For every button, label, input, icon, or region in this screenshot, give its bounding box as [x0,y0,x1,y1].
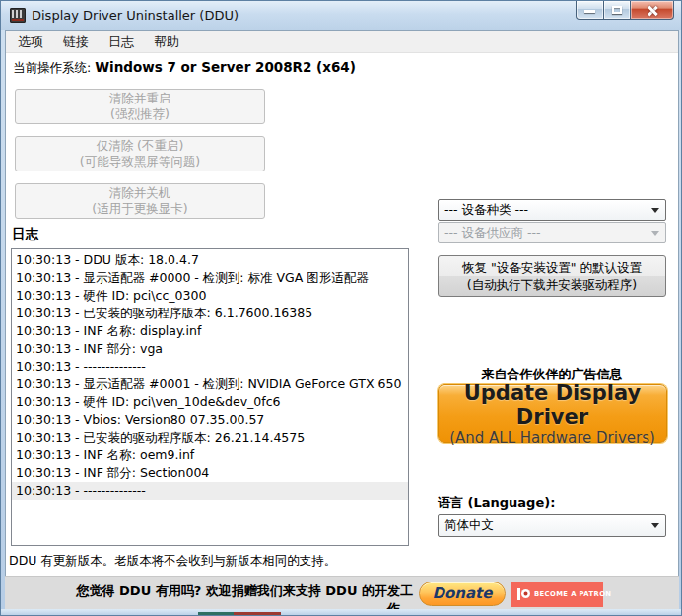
language-value: 简体中文 [444,517,494,534]
donate-button[interactable]: Donate [419,582,506,606]
log-row[interactable]: 10:30:13 - INF 部分: vga [12,340,408,358]
os-label: 当前操作系统: [13,60,95,75]
menu-links[interactable]: 链接 [53,31,99,53]
window-title: Display Driver Uninstaller (DDU) [32,8,239,23]
clean-shutdown-line2: (适用于更换显卡) [16,201,264,217]
log-row[interactable]: 10:30:13 - 已安装的驱动程序版本: 6.1.7600.16385 [12,305,408,322]
log-row-selected[interactable]: 10:30:13 - -------------- [12,482,408,500]
clean-only-button[interactable]: 仅清除 (不重启) (可能导致黑屏等问题) [15,136,265,171]
log-box[interactable]: 10:30:13 - DDU 版本: 18.0.4.7 10:30:13 - 显… [11,248,409,546]
clean-restart-button[interactable]: 清除并重启 (强烈推荐) [15,89,265,124]
log-row[interactable]: 10:30:13 - INF 名称: oem9.inf [12,446,408,464]
clean-shutdown-line1: 清除并关机 [16,185,264,201]
device-vendor-value: --- 设备供应商 --- [444,225,541,241]
taskbar-peek-red [234,612,281,616]
log-row[interactable]: 10:30:13 - INF 名称: display.inf [12,322,408,340]
log-row[interactable]: 10:30:13 - -------------- [12,358,408,376]
update-button-line2: (And ALL Hardware Drivers) [439,429,666,446]
menu-help[interactable]: 帮助 [144,31,189,53]
menubar: 选项 链接 日志 帮助 [6,31,678,53]
patreon-button[interactable]: BECOME A PATRON [511,582,603,607]
maximize-icon [612,6,622,14]
log-row[interactable]: 10:30:13 - 已安装的驱动程序版本: 26.21.14.4575 [12,429,408,446]
restore-line2: (自动执行下载并安装驱动程序) [439,276,665,293]
chevron-down-icon [651,231,659,236]
minimize-button[interactable] [576,1,604,20]
window-controls [576,1,674,21]
window-bottom-border [1,609,682,616]
update-display-driver-button[interactable]: Update Display Driver (And ALL Hardware … [438,384,667,443]
update-notice: DDU 有更新版本。老版本将不会收到与新版本相同的支持。 [9,553,336,570]
maximize-button[interactable] [604,1,631,20]
device-vendor-dropdown: --- 设备供应商 --- [438,222,666,243]
patreon-label: BECOME A PATRON [534,590,611,598]
restore-line1: 恢复 "设备安装设置" 的默认设置 [439,259,665,276]
clean-restart-line1: 清除并重启 [16,91,264,106]
log-row[interactable]: 10:30:13 - 显示适配器 #0000 - 检测到: 标准 VGA 图形适… [12,269,408,287]
os-line: 当前操作系统: Windows 7 or Server 2008R2 (x64) [13,59,356,77]
device-type-dropdown[interactable]: --- 设备种类 --- [438,199,666,221]
os-value: Windows 7 or Server 2008R2 (x64) [95,59,356,75]
log-row[interactable]: 10:30:13 - DDU 版本: 18.0.4.7 [12,251,408,269]
app-icon [10,8,26,23]
ddu-window: Display Driver Uninstaller (DDU) 选项 链接 日… [0,0,682,616]
chevron-down-icon [651,208,659,213]
taskbar-peek-teal [198,612,234,616]
log-row[interactable]: 10:30:13 - 显示适配器 #0001 - 检测到: NVIDIA GeF… [12,376,408,393]
restore-device-settings-button[interactable]: 恢复 "设备安装设置" 的默认设置 (自动执行下载并安装驱动程序) [438,255,666,297]
log-label: 日志 [12,226,38,243]
minimize-icon [584,10,595,13]
patreon-icon [517,588,529,600]
update-button-line1: Update Display Driver [439,381,666,429]
clean-restart-line2: (强烈推荐) [16,106,264,122]
titlebar[interactable]: Display Driver Uninstaller (DDU) [1,1,682,30]
clean-shutdown-button[interactable]: 清除并关机 (适用于更换显卡) [15,183,265,219]
clean-only-line1: 仅清除 (不重启) [16,138,264,154]
clean-only-line2: (可能导致黑屏等问题) [16,154,264,170]
menu-options[interactable]: 选项 [8,31,53,53]
close-icon [647,5,657,16]
close-button[interactable] [631,1,674,20]
device-type-value: --- 设备种类 --- [444,202,528,219]
log-row[interactable]: 10:30:13 - Vbios: Version80 07.35.00.57 [12,411,408,429]
log-row[interactable]: 10:30:13 - INF 部分: Section004 [12,464,408,482]
log-row[interactable]: 10:30:13 - 硬件 ID: pci\ven_10de&dev_0fc6 [12,393,408,411]
chevron-down-icon [651,523,659,528]
language-label: 语言 (Language): [438,494,555,512]
menu-log[interactable]: 日志 [99,31,144,53]
log-row[interactable]: 10:30:13 - 硬件 ID: pci\cc_0300 [12,287,408,305]
language-dropdown[interactable]: 简体中文 [438,514,666,537]
